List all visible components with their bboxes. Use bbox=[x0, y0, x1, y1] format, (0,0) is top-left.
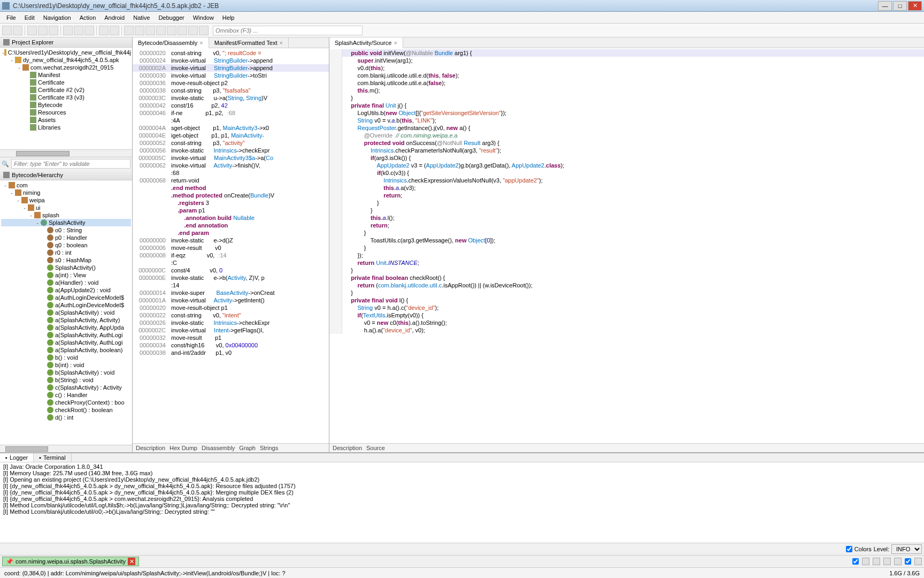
logger-tab[interactable]: ▪Terminal bbox=[34, 453, 71, 462]
asm-line[interactable]: 00000014invoke-super BaseActivity->onCre… bbox=[133, 289, 329, 296]
source-line[interactable]: com.blankj.utilcode.util.e.a(false); bbox=[329, 79, 924, 87]
tool-deb4[interactable] bbox=[156, 26, 166, 35]
tab-close-icon[interactable]: × bbox=[280, 40, 283, 46]
project-explorer-tree[interactable]: - C:\Users\red1y\Desktop\dy_new_official… bbox=[0, 48, 132, 149]
taskbar-btn2[interactable] bbox=[873, 558, 880, 565]
source-line[interactable]: LogUtils.b(new Object[]{"getSiteVersiong… bbox=[329, 109, 924, 117]
asm-line[interactable]: 0000004Asget-object p1, MainActivity3->x… bbox=[133, 124, 329, 132]
hierarchy-row[interactable]: r0 : int bbox=[1, 249, 131, 256]
tool-deb1[interactable] bbox=[124, 26, 134, 35]
source-line[interactable]: RequestPoster.getInstance().j(v0, new a(… bbox=[329, 124, 924, 132]
taskbar-btn1[interactable] bbox=[862, 558, 869, 565]
source-line[interactable]: } bbox=[329, 199, 924, 207]
hierarchy-row[interactable]: a(SplashActivity, AuthLogi bbox=[1, 339, 131, 346]
taskbar-btn4[interactable] bbox=[894, 558, 902, 565]
tool-deb7[interactable] bbox=[188, 26, 198, 35]
tree-row[interactable]: Manifest bbox=[1, 71, 131, 79]
tool-cut[interactable] bbox=[63, 26, 73, 35]
hierarchy-row[interactable]: d() : int bbox=[1, 414, 131, 421]
tab-close-icon[interactable]: × bbox=[394, 40, 397, 46]
asm-line[interactable]: 00000038and-int/2addr p1, v0 bbox=[133, 349, 329, 356]
close-button[interactable]: ✕ bbox=[908, 1, 922, 11]
hierarchy-row[interactable]: -weipa bbox=[1, 196, 131, 204]
menu-debugger[interactable]: Debugger bbox=[154, 13, 188, 22]
hierarchy-row[interactable]: b(int) : void bbox=[1, 361, 131, 369]
hierarchy-row[interactable]: a(SplashActivity, Activity) bbox=[1, 316, 131, 324]
source-line[interactable]: if(TextUtils.isEmpty(v0)) { bbox=[329, 311, 924, 319]
disassembly-view[interactable]: 00000020const-string v0, "; resultCode =… bbox=[133, 48, 329, 443]
source-line[interactable]: this.m(); bbox=[329, 87, 924, 94]
sub-tab[interactable]: Description bbox=[136, 445, 165, 451]
hierarchy-row[interactable]: b(String) : void bbox=[1, 376, 131, 384]
hierarchy-row[interactable]: checkProxy(Context) : boo bbox=[1, 399, 131, 406]
tool-find[interactable] bbox=[99, 26, 109, 35]
source-line[interactable]: public void initView(@Nullable Bundle ar… bbox=[329, 49, 924, 57]
source-line[interactable]: }); bbox=[329, 252, 924, 259]
asm-line[interactable]: 00000046if-ne p1, p2, :68 bbox=[133, 109, 329, 117]
tab[interactable]: Bytecode/Disassembly× bbox=[133, 37, 209, 48]
source-line[interactable]: } bbox=[329, 229, 924, 237]
tree-row[interactable]: Libraries bbox=[1, 124, 131, 131]
source-line[interactable]: private final Unit j() { bbox=[329, 102, 924, 109]
tree-root[interactable]: - C:\Users\red1y\Desktop\dy_new_official… bbox=[1, 49, 131, 56]
source-line[interactable]: return; bbox=[329, 222, 924, 229]
tool-deb3[interactable] bbox=[145, 26, 155, 35]
source-line[interactable]: } bbox=[329, 289, 924, 296]
level-select[interactable]: INFO bbox=[891, 544, 922, 554]
asm-line[interactable]: 00000022const-string v0, "intent" bbox=[133, 311, 329, 319]
tool-back[interactable] bbox=[27, 26, 37, 35]
hierarchy-row[interactable]: s0 : HashMap bbox=[1, 256, 131, 264]
hierarchy-row[interactable]: c() : Handler bbox=[1, 391, 131, 399]
source-line[interactable]: } bbox=[329, 94, 924, 102]
source-line[interactable]: ToastUtils.c(arg3.getMessage(), new Obje… bbox=[329, 237, 924, 244]
tree-row[interactable]: Assets bbox=[1, 116, 131, 124]
asm-line[interactable]: 0000004Eiget-object p1, p1, MainActivity… bbox=[133, 132, 329, 139]
source-line[interactable]: return (com.blankj.utilcode.util.c.isApp… bbox=[329, 282, 924, 289]
menu-help[interactable]: Help bbox=[218, 13, 239, 22]
logger-output[interactable]: [I] Java: Oracle Corporation 1.8.0_341[I… bbox=[0, 462, 924, 543]
asm-line[interactable]: 0000000Einvoke-static e->b(Activity, Z)V… bbox=[133, 274, 329, 282]
hierarchy-row[interactable]: checkRoot() : boolean bbox=[1, 406, 131, 414]
hierarchy-row[interactable]: a(SplashActivity, boolean) bbox=[1, 346, 131, 354]
asm-line[interactable]: 00000020move-result-object p1 bbox=[133, 304, 329, 311]
asm-line[interactable]: :4A bbox=[133, 117, 329, 124]
hierarchy-row[interactable]: -ui bbox=[1, 204, 131, 211]
taskbar-check1[interactable] bbox=[852, 558, 859, 565]
source-line[interactable]: this.a.a(v3); bbox=[329, 184, 924, 192]
asm-line[interactable]: 0000000Cconst/4 v0, 0 bbox=[133, 267, 329, 274]
hierarchy-row[interactable]: -com bbox=[1, 181, 131, 189]
hierarchy-row[interactable]: -niming bbox=[1, 189, 131, 196]
menu-navigation[interactable]: Navigation bbox=[39, 13, 75, 22]
tool-nav[interactable] bbox=[49, 26, 58, 35]
menu-window[interactable]: Window bbox=[189, 13, 218, 22]
logger-tab[interactable]: ▪Logger bbox=[0, 453, 34, 462]
asm-line[interactable]: 0000003Cinvoke-static u->a(String, Strin… bbox=[133, 94, 329, 102]
tree-row[interactable]: Certificate bbox=[1, 79, 131, 86]
source-line[interactable]: } bbox=[329, 244, 924, 252]
omnibox-input[interactable] bbox=[213, 26, 363, 35]
asm-line[interactable]: 00000008if-eqz v0, :14 bbox=[133, 252, 329, 259]
asm-line[interactable]: 00000020const-string v0, "; resultCode = bbox=[133, 49, 329, 57]
asm-line[interactable]: .method protected onCreate(Bundle)V bbox=[133, 192, 329, 199]
source-line[interactable]: h.a().a("device_id", v0); bbox=[329, 326, 924, 334]
hierarchy-row[interactable]: b(SplashActivity) : void bbox=[1, 369, 131, 376]
tab[interactable]: Manifest/Formatted Text× bbox=[209, 37, 289, 48]
sub-tab[interactable]: Hex Dump bbox=[170, 445, 197, 451]
colors-checkbox[interactable] bbox=[846, 546, 852, 552]
source-line[interactable]: v0.d(this); bbox=[329, 64, 924, 72]
source-line[interactable]: @Override // com.niming.weipa.e.a bbox=[329, 132, 924, 139]
tool-open[interactable] bbox=[2, 26, 12, 35]
tab[interactable]: SplashActivity/Source× bbox=[329, 37, 403, 48]
tool-deb6[interactable] bbox=[178, 26, 187, 35]
tree-row[interactable]: Certificate #3 (v3) bbox=[1, 94, 131, 101]
tree-row[interactable]: -com.wechat.zesroigdh22t_0915 bbox=[1, 64, 131, 71]
menu-edit[interactable]: Edit bbox=[20, 13, 39, 22]
menu-native[interactable]: Native bbox=[129, 13, 154, 22]
hierarchy-row[interactable]: a(SplashActivity) : void bbox=[1, 309, 131, 316]
task-chip[interactable]: 📌 com.niming.weipa.ui.splash.SplashActiv… bbox=[2, 557, 139, 566]
asm-line[interactable]: :C bbox=[133, 259, 329, 267]
source-line[interactable]: return Unit.INSTANCE; bbox=[329, 259, 924, 267]
asm-line[interactable]: 00000036move-result-object p2 bbox=[133, 79, 329, 87]
hierarchy-row[interactable]: q0 : boolean bbox=[1, 241, 131, 249]
sub-tab[interactable]: Description bbox=[333, 445, 362, 451]
